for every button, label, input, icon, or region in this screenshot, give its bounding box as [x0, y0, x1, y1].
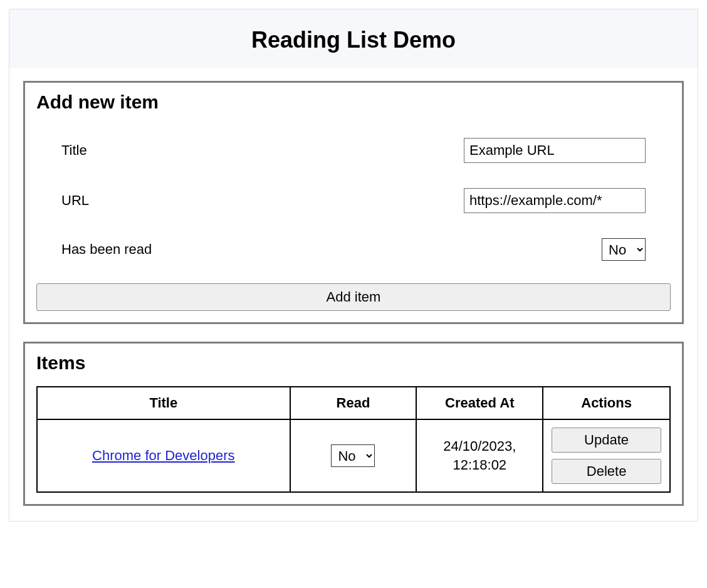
col-header-actions: Actions — [543, 387, 670, 419]
app-container: Reading List Demo Add new item Title URL… — [9, 9, 698, 522]
table-row: Chrome for Developers No Yes 24/10/2023,… — [37, 419, 670, 492]
delete-button[interactable]: Delete — [552, 459, 661, 484]
add-item-panel: Add new item Title URL Has been read No … — [23, 81, 684, 324]
title-row: Title — [36, 125, 671, 176]
col-header-read: Read — [290, 387, 417, 419]
read-row: Has been read No Yes — [36, 226, 671, 273]
title-input[interactable] — [464, 138, 646, 163]
read-select[interactable]: No Yes — [602, 238, 646, 261]
cell-actions: Update Delete — [543, 419, 670, 492]
page-title: Reading List Demo — [9, 27, 698, 53]
content-area: Add new item Title URL Has been read No … — [9, 68, 698, 521]
add-item-button[interactable]: Add item — [36, 283, 671, 311]
url-input[interactable] — [464, 188, 646, 213]
items-table: Title Read Created At Actions Chrome for… — [36, 386, 671, 493]
header: Reading List Demo — [9, 9, 698, 68]
update-button[interactable]: Update — [552, 428, 661, 453]
cell-read: No Yes — [290, 419, 417, 492]
cell-title: Chrome for Developers — [37, 419, 290, 492]
items-heading: Items — [36, 352, 671, 374]
title-label: Title — [61, 142, 87, 159]
add-item-heading: Add new item — [36, 92, 671, 113]
read-label: Has been read — [61, 241, 152, 258]
items-panel: Items Title Read Created At Actions Chro… — [23, 342, 684, 506]
url-row: URL — [36, 176, 671, 226]
item-title-link[interactable]: Chrome for Developers — [92, 448, 234, 463]
col-header-title: Title — [37, 387, 290, 419]
col-header-created: Created At — [416, 387, 543, 419]
row-read-select[interactable]: No Yes — [331, 444, 375, 467]
created-at-text: 24/10/2023, 12:18:02 — [422, 437, 537, 474]
cell-created: 24/10/2023, 12:18:02 — [416, 419, 543, 492]
url-label: URL — [61, 192, 89, 209]
table-header-row: Title Read Created At Actions — [37, 387, 670, 419]
